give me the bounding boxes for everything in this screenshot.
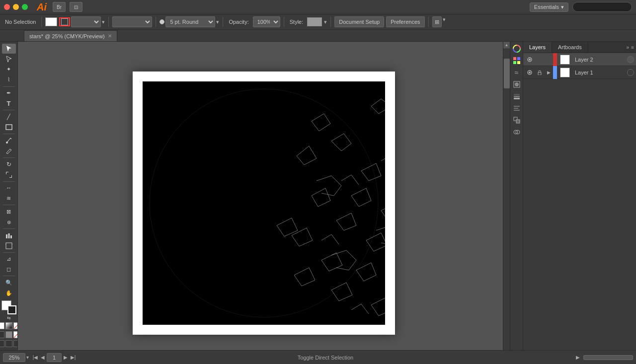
color-panel-icon[interactable]	[512, 44, 522, 54]
column-graph-tool[interactable]	[2, 230, 16, 240]
toolbar-sep5	[284, 17, 284, 27]
toggle-play-button[interactable]: ▶	[574, 354, 581, 361]
canvas-area[interactable]: ▲ ▼ ◀ ▶	[18, 42, 510, 364]
brush-size-select[interactable]: 5 pt. Round	[165, 16, 215, 27]
layer-expand-2[interactable]	[545, 56, 552, 63]
warp-tool[interactable]: ≋	[2, 193, 16, 203]
scroll-up-arrow[interactable]: ▲	[503, 42, 510, 49]
nav-next-button[interactable]: ▶	[62, 354, 69, 361]
swatches-panel-icon[interactable]	[512, 56, 522, 66]
color-mode-none[interactable]	[13, 322, 18, 329]
layer-visibility-1[interactable]	[525, 68, 534, 77]
pencil-tool[interactable]	[2, 146, 16, 156]
svg-point-8	[150, 89, 378, 317]
svg-rect-50	[514, 96, 520, 97]
align-button[interactable]: ⊞	[432, 16, 442, 27]
hand-tool[interactable]: ✋	[2, 288, 16, 298]
progress-bar	[583, 355, 633, 360]
scroll-thumb-v[interactable]	[504, 59, 510, 88]
eraser-tool[interactable]: ◻	[2, 264, 16, 274]
layer-row-1[interactable]: ▶ Layer 1	[523, 66, 636, 79]
nav-prev-button[interactable]: ◀	[39, 354, 46, 361]
fill-color[interactable]	[45, 17, 57, 26]
layer-thumbnail-1	[560, 68, 570, 77]
layer-name-1: Layer 1	[573, 70, 626, 75]
align-dropdown-icon: ▾	[443, 16, 446, 27]
stroke-select[interactable]	[71, 16, 101, 27]
pen-tool[interactable]: ✒	[2, 88, 16, 98]
vertical-scrollbar[interactable]: ▲ ▼	[503, 42, 510, 364]
panel-options-icon[interactable]: ≡	[631, 45, 634, 50]
layer-target-2[interactable]	[627, 56, 634, 63]
artboard-tool[interactable]	[2, 241, 16, 251]
extra-color-controls	[0, 331, 18, 338]
paintbrush-tool[interactable]	[2, 136, 16, 146]
free-transform-tool[interactable]: ⊠	[2, 207, 16, 217]
draw-behind-icon[interactable]	[5, 340, 12, 347]
swap-colors-icon[interactable]: ⇆	[7, 315, 11, 320]
pathfinder-icon[interactable]	[512, 127, 522, 137]
close-button[interactable]	[4, 4, 10, 10]
transform-icon[interactable]	[512, 115, 522, 125]
graphic-styles-icon[interactable]	[512, 79, 522, 89]
width-tool[interactable]: ↔	[2, 183, 16, 193]
layer-name-2: Layer 2	[573, 57, 626, 63]
stroke-color[interactable]	[59, 17, 70, 26]
color-mode-gradient[interactable]	[5, 322, 12, 329]
style-color[interactable]	[307, 17, 322, 26]
panel-menu-icon[interactable]: »	[627, 45, 630, 50]
selection-tool[interactable]	[2, 44, 16, 54]
draw-normal-icon[interactable]	[0, 340, 4, 347]
minimize-button[interactable]	[13, 4, 19, 10]
rotate-tool[interactable]: ↻	[2, 159, 16, 169]
rectangle-tool[interactable]	[2, 122, 16, 132]
line-tool[interactable]: ╱	[2, 112, 16, 122]
stroke-swatch[interactable]	[7, 305, 16, 314]
appearance-icon[interactable]	[512, 91, 522, 101]
document-tab[interactable]: stars* @ 25% (CMYK/Preview) ✕	[24, 30, 117, 41]
zoom-dropdown-icon[interactable]: ▾	[26, 355, 29, 360]
magic-wand-tool[interactable]: ✦	[2, 65, 16, 74]
zoom-input[interactable]	[3, 353, 25, 362]
layer-visibility-2[interactable]	[525, 55, 534, 64]
scale-tool[interactable]	[2, 170, 16, 180]
type-tool[interactable]: T	[2, 99, 16, 109]
document-setup-button[interactable]: Document Setup	[334, 16, 384, 27]
black-swatch[interactable]	[0, 331, 4, 338]
search-input[interactable]	[572, 2, 632, 12]
layer-expand-1[interactable]: ▶	[545, 69, 552, 76]
tool-separator-1	[3, 86, 15, 87]
brushes-panel-icon[interactable]: ≈	[512, 68, 522, 77]
color-mode-solid[interactable]	[0, 322, 4, 329]
draw-inside-icon[interactable]	[13, 340, 18, 347]
bridge-button[interactable]: Br	[53, 2, 66, 12]
variable-width-select[interactable]	[112, 16, 152, 27]
brush-dropdown-icon: ▾	[216, 19, 219, 25]
gray-swatch[interactable]	[5, 331, 12, 338]
direct-selection-tool[interactable]	[2, 54, 16, 64]
symbol-sprayer-tool[interactable]: ⊛	[2, 217, 16, 227]
close-tab-icon[interactable]: ✕	[108, 33, 112, 39]
maximize-button[interactable]	[22, 4, 28, 10]
lasso-tool[interactable]: ⌇	[2, 75, 16, 85]
right-panel: ≈	[510, 42, 523, 364]
layer-row-2[interactable]: Layer 2	[523, 53, 636, 66]
none-swatch[interactable]	[13, 331, 18, 338]
preferences-button[interactable]: Preferences	[386, 16, 424, 27]
zoom-tool[interactable]: 🔍	[2, 278, 16, 288]
nav-last-button[interactable]: ▶|	[70, 354, 77, 361]
nav-first-button[interactable]: |◀	[32, 354, 39, 361]
workspace-selector[interactable]: Essentials ▾	[530, 2, 568, 12]
screen-mode-button[interactable]: ⊡	[70, 2, 82, 12]
fill-stroke-swatches[interactable]	[1, 300, 16, 314]
opacity-select[interactable]: 100%	[253, 16, 280, 27]
tab-layers[interactable]: Layers	[523, 42, 552, 53]
artboard-number-input[interactable]	[47, 353, 62, 362]
slice-tool[interactable]: ⊿	[2, 254, 16, 264]
tab-artboards[interactable]: Artboards	[552, 42, 588, 53]
svg-rect-44	[517, 57, 520, 60]
tool-separator-8	[3, 252, 15, 253]
layer-lock-icon-1[interactable]	[535, 68, 544, 77]
align-icon[interactable]	[512, 103, 522, 113]
layer-target-1[interactable]	[627, 69, 634, 76]
